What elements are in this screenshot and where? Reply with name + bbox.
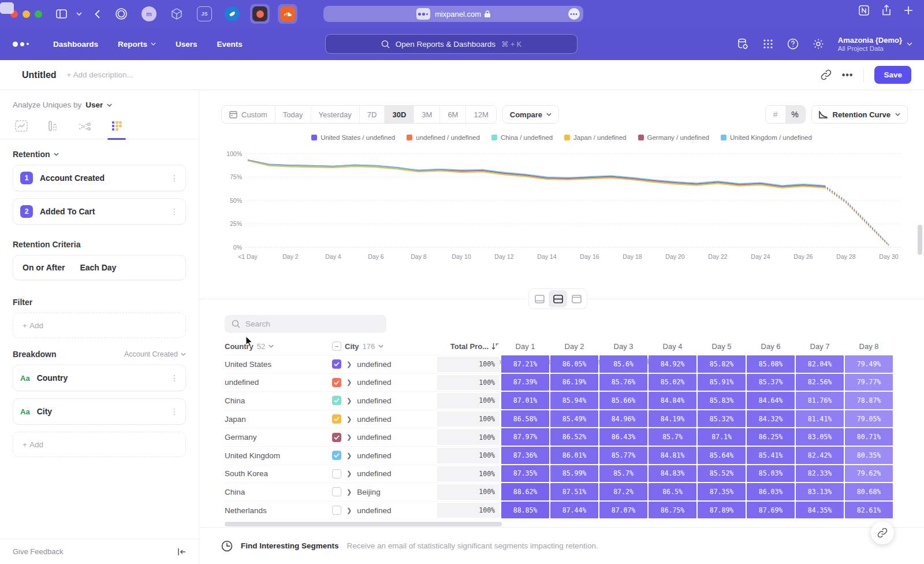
retention-cell[interactable]: 83.05% xyxy=(795,428,844,446)
country-cell[interactable]: undefined xyxy=(225,373,332,392)
project-switcher[interactable]: Amazonia {Demo} All Project Data xyxy=(838,36,912,52)
retention-step-card[interactable]: 1Account Created⋮ xyxy=(13,165,186,191)
minimize-window-button[interactable] xyxy=(23,10,30,18)
retention-cell[interactable]: 87.1% xyxy=(697,428,746,446)
nav-item-reports[interactable]: Reports xyxy=(118,40,156,49)
kebab-menu-icon[interactable]: ⋮ xyxy=(170,175,178,181)
share-link-fab[interactable] xyxy=(871,521,894,544)
day-column-header[interactable]: Day 4 xyxy=(648,342,697,351)
retention-cell[interactable]: 87.21% xyxy=(501,355,550,373)
zoom-window-button[interactable] xyxy=(35,10,42,18)
country-cell[interactable]: Germany xyxy=(225,428,332,446)
day-column-header[interactable]: Day 7 xyxy=(795,342,844,351)
retention-cell[interactable]: 80.68% xyxy=(844,483,893,501)
share-icon[interactable] xyxy=(881,5,892,16)
retention-cell[interactable]: 86.01% xyxy=(550,446,599,465)
retention-cell[interactable]: 87.35% xyxy=(501,465,550,483)
add-description-button[interactable]: + Add description... xyxy=(67,70,133,79)
retention-cell[interactable]: 85.66% xyxy=(599,391,648,410)
expand-chevron-icon[interactable]: ❯ xyxy=(346,470,352,477)
tab-retention-icon[interactable] xyxy=(111,120,122,139)
criteria-interval[interactable]: Each Day xyxy=(80,263,116,272)
expand-chevron-icon[interactable]: ❯ xyxy=(346,433,352,441)
retention-cell[interactable]: 80.35% xyxy=(844,446,893,465)
retention-cell[interactable]: 84.83% xyxy=(648,465,697,483)
retention-cell[interactable]: 84.92% xyxy=(648,355,697,373)
expand-chevron-icon[interactable]: ❯ xyxy=(346,452,352,459)
retention-cell[interactable]: 82.61% xyxy=(844,501,893,520)
retention-cell[interactable]: 85.37% xyxy=(746,373,795,392)
expand-chevron-icon[interactable]: ❯ xyxy=(346,507,352,514)
retention-cell[interactable]: 87.97% xyxy=(501,428,550,446)
legend-item[interactable]: United Kingdom / undefined xyxy=(721,134,812,141)
country-cell[interactable]: Netherlands xyxy=(225,501,332,520)
retention-cell[interactable]: 85.41% xyxy=(746,446,795,465)
range-tab-custom[interactable]: Custom xyxy=(222,106,275,123)
row-checkbox[interactable] xyxy=(332,359,341,369)
retention-cell[interactable]: 84.64% xyxy=(746,391,795,410)
retention-cell[interactable]: 85.7% xyxy=(599,465,648,483)
save-button[interactable]: Save xyxy=(874,66,911,84)
row-checkbox[interactable] xyxy=(332,414,341,424)
row-checkbox[interactable] xyxy=(332,487,341,496)
retention-cell[interactable]: 85.49% xyxy=(550,410,599,428)
row-checkbox[interactable] xyxy=(332,378,341,387)
range-tab-today[interactable]: Today xyxy=(275,106,311,123)
retention-cell[interactable]: 86.19% xyxy=(550,373,599,392)
retention-cell[interactable]: 84.35% xyxy=(795,501,844,520)
retention-cell[interactable]: 85.08% xyxy=(746,355,795,373)
country-column-header[interactable]: Country 52 xyxy=(225,342,332,351)
day-column-header[interactable]: Day 2 xyxy=(550,342,599,351)
collapse-sidebar-icon[interactable] xyxy=(177,548,187,556)
retention-cell[interactable]: 87.07% xyxy=(599,501,648,520)
retention-criteria-card[interactable]: On or After Each Day xyxy=(13,255,186,280)
retention-cell[interactable]: 85.76% xyxy=(599,373,648,392)
retention-cell[interactable]: 79.62% xyxy=(844,465,893,483)
range-tab-6m[interactable]: 6M xyxy=(440,106,466,123)
back-icon[interactable] xyxy=(91,8,103,20)
retention-cell[interactable]: 87.51% xyxy=(550,483,599,501)
legend-item[interactable]: Japan / undefined xyxy=(564,134,626,141)
soundcloud-extension-icon[interactable] xyxy=(278,4,297,24)
kebab-menu-icon[interactable]: ⋮ xyxy=(170,375,178,381)
legend-item[interactable]: undefined / undefined xyxy=(407,134,480,141)
retention-cell[interactable]: 86.75% xyxy=(648,501,697,520)
country-cell[interactable]: South Korea xyxy=(225,465,332,483)
retention-cell[interactable]: 79.05% xyxy=(844,410,893,428)
retention-cell[interactable]: 82.56% xyxy=(795,373,844,392)
row-checkbox[interactable] xyxy=(332,451,341,460)
retention-cell[interactable]: 86.05% xyxy=(550,355,599,373)
retention-step-card[interactable]: 2Added To Cart⋮ xyxy=(13,198,186,225)
analyze-value[interactable]: User xyxy=(85,101,103,109)
give-feedback-link[interactable]: Give Feedback xyxy=(13,547,63,556)
expand-chevron-icon[interactable]: ❯ xyxy=(346,397,352,405)
legend-item[interactable]: United States / undefined xyxy=(311,134,395,141)
retention-cell[interactable]: 84.96% xyxy=(599,410,648,428)
vertical-scrollbar[interactable] xyxy=(918,225,922,255)
retention-chart[interactable]: 0%25%50%75%100%<1 DayDay 2Day 4Day 6Day … xyxy=(219,146,906,268)
retention-cell[interactable]: 86.52% xyxy=(550,428,599,446)
tab-funnels-icon[interactable] xyxy=(47,120,59,139)
retention-cell[interactable]: 85.02% xyxy=(648,373,697,392)
country-cell[interactable]: Japan xyxy=(225,410,332,428)
country-cell[interactable]: United States xyxy=(225,355,332,373)
breakdown-card[interactable]: AaCity⋮ xyxy=(13,398,186,425)
chart-type-dropdown[interactable]: Retention Curve xyxy=(811,105,908,124)
row-checkbox[interactable] xyxy=(332,396,341,405)
add-filter-button[interactable]: + Add xyxy=(13,313,186,338)
day-column-header[interactable]: Day 5 xyxy=(697,342,746,351)
javascript-extension-icon[interactable]: JS xyxy=(195,4,214,24)
monica-extension-icon[interactable]: m xyxy=(139,4,159,24)
cube-extension-icon[interactable] xyxy=(167,4,187,24)
criteria-type[interactable]: On or After xyxy=(23,263,65,272)
horizontal-scrollbar[interactable] xyxy=(225,522,502,526)
retention-cell[interactable]: 87.35% xyxy=(697,483,746,501)
mixpanel-logo[interactable] xyxy=(13,42,29,47)
kebab-menu-icon[interactable]: ⋮ xyxy=(170,409,178,414)
retention-cell[interactable]: 86.58% xyxy=(501,410,550,428)
retention-cell[interactable]: 83.13% xyxy=(795,483,844,501)
retention-cell[interactable]: 85.52% xyxy=(697,465,746,483)
notion-icon[interactable] xyxy=(858,5,870,16)
retention-cell[interactable]: 85.32% xyxy=(697,410,746,428)
retention-cell[interactable]: 80.71% xyxy=(844,428,893,446)
